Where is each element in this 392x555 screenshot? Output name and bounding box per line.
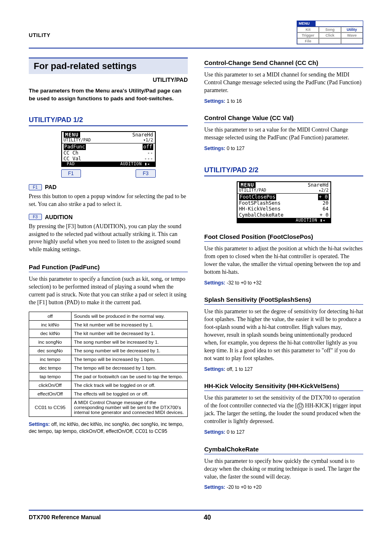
ccch-head: Control-Change Send Channel (CC Ch)	[204, 58, 363, 68]
circled-number-icon: 12	[297, 403, 304, 409]
hhkick-head: HH-Kick Velocity Sensitivity (HH-KickVel…	[204, 381, 363, 391]
f3-key-icon[interactable]: F3	[136, 169, 155, 178]
ccch-settings: Settings: 1 to 16	[204, 98, 363, 105]
padfunc-head: Pad Function (PadFunc)	[29, 262, 188, 272]
manual-name: DTX700 Reference Manual	[29, 514, 101, 521]
menu-cell-click[interactable]: Click	[319, 32, 341, 38]
table-row: inc kitNoThe kit number will be increase…	[29, 320, 188, 329]
page-footer: DTX700 Reference Manual 40	[29, 510, 363, 521]
lcd1-row1-l: CC Ch	[64, 150, 78, 156]
menu-cell-trigger[interactable]: Trigger	[297, 32, 319, 38]
ccval-settings: Settings: 0 to 127	[204, 145, 363, 152]
menu-tab-label: MENU	[297, 21, 316, 26]
subhead-utility-pad-1: UTILITY/PAD 1/2	[29, 114, 188, 126]
padfunc-settings-value: off, inc kitNo, dec kitNo, inc songNo, d…	[29, 421, 184, 434]
lcd2-row0-l: FootClosePos	[239, 194, 277, 200]
padfunc-settings: Settings: off, inc kitNo, dec kitNo, inc…	[29, 421, 188, 435]
ccch-settings-value: 1 to 16	[227, 98, 242, 104]
f1-key-icon[interactable]: F1	[61, 169, 81, 178]
lcd2-row3-r: + 0	[320, 212, 329, 218]
f1-badge: F1	[29, 184, 42, 190]
menu-cell-empty2	[341, 38, 363, 44]
choke-text: Use this parameter to specify how quickl…	[204, 458, 363, 481]
choke-settings: Settings: -20 to +0 to +20	[204, 484, 363, 491]
splash-text: Use this parameter to set the degree of …	[204, 308, 363, 362]
box-heading: For pad-related settings	[29, 58, 188, 74]
settings-label: Settings:	[204, 366, 225, 372]
menu-nav-card: MENU Kit Song Utility Trigger Click Wave…	[297, 21, 363, 44]
lcd1-br: AUDITION ▮◂	[117, 162, 153, 166]
lcd2-row1-r: 20	[323, 200, 328, 206]
lcd-screen-2: MENUSnareHd UTILITY/PAD▴2/2 FootClosePos…	[237, 181, 331, 223]
left-column: For pad-related settings UTILITY/PAD The…	[29, 58, 188, 493]
page-number: 40	[101, 514, 314, 521]
lcd1-page: ▾1/2	[143, 138, 153, 143]
hhkick-text: Use this parameter to set the sensitivit…	[204, 394, 363, 426]
pad-label: PAD	[45, 184, 57, 190]
menu-cell-kit[interactable]: Kit	[297, 27, 319, 32]
intro-text: The parameters from the Menu area's Util…	[29, 87, 188, 103]
lcd1-row0-r: off	[143, 144, 153, 150]
table-row: dec songNoThe song number will be decrea…	[29, 346, 188, 355]
lcd1-row1-r: --	[147, 150, 153, 156]
choke-head: CymbalChokeRate	[204, 444, 363, 454]
splash-settings: Settings: off, 1 to 127	[204, 366, 363, 373]
f3-badge: F3	[29, 214, 42, 220]
lcd1-row2-l: CC Val	[64, 156, 81, 162]
table-row: offSounds will be produced in the normal…	[29, 312, 188, 320]
table-row: dec kitNoThe kit number will be decrease…	[29, 329, 188, 338]
menu-cell-wave[interactable]: Wave	[341, 32, 363, 38]
splash-head: Splash Sensitivity (FootSplashSens)	[204, 294, 363, 305]
foot-settings: Settings: -32 to +0 to +32	[204, 280, 363, 287]
lcd2-row0-r: + 0	[318, 194, 329, 200]
lcd1-topright: SnareHd	[132, 132, 153, 138]
foot-text: Use this parameter to adjust the positio…	[204, 245, 363, 276]
lcd2-br: AUDITION ▮◂	[293, 218, 329, 222]
lcd-screen-1: MENUSnareHd UTILITY/PAD▾1/2 PadFuncoff C…	[61, 131, 156, 167]
padfunc-table: offSounds will be produced in the normal…	[29, 312, 188, 417]
settings-label: Settings:	[204, 280, 225, 286]
table-row: CC01 to CC95A MIDI Control Change messag…	[29, 398, 188, 416]
table-row: inc songNoThe song number will be increa…	[29, 338, 188, 346]
menu-grid: Kit Song Utility Trigger Click Wave File	[297, 26, 363, 44]
ccval-head: Control Change Value (CC Val)	[204, 113, 363, 123]
pad-fkey-heading: F1 PAD	[29, 183, 188, 190]
settings-label: Settings:	[204, 98, 225, 104]
table-row: tap tempoThe pad or footswitch can be us…	[29, 372, 188, 381]
audition-label: AUDITION	[45, 214, 73, 220]
ccval-settings-value: 0 to 127	[227, 146, 244, 151]
table-row: clickOn/OffThe click track will be toggl…	[29, 381, 188, 389]
lcd2-row3-l: CymbalChokeRate	[239, 212, 284, 218]
audition-fkey-heading: F3 AUDITION	[29, 213, 188, 220]
lcd2-row1-l: FootSPlashSens	[239, 200, 281, 206]
settings-label: Settings:	[204, 484, 225, 490]
right-column: Control-Change Send Channel (CC Ch) Use …	[204, 58, 363, 493]
menu-cell-song[interactable]: Song	[319, 27, 341, 32]
lcd1-path: UTILITY/PAD	[64, 138, 91, 143]
lcd2-row2-l: HH-KickVelSens	[239, 206, 281, 212]
subhead-utility-pad-2: UTILITY/PAD 2/2	[204, 164, 363, 176]
table-row: dec tempoThe tempo will be decreased by …	[29, 363, 188, 372]
section-title: UTILITY	[29, 32, 51, 38]
lcd1-tab: MENU	[64, 132, 81, 138]
fkeys-under-lcd1: F1 F3	[61, 169, 156, 178]
settings-label: Settings:	[204, 429, 225, 435]
menu-cell-utility[interactable]: Utility	[341, 27, 363, 32]
foot-head: Foot Closed Position (FootClosePos)	[204, 231, 363, 242]
settings-label: Settings:	[204, 146, 225, 151]
table-row: effectOn/OffThe effects will be toggled …	[29, 389, 188, 398]
hhkick-settings-value: 0 to 127	[227, 429, 244, 435]
padfunc-text: Use this parameter to specify a function…	[29, 275, 188, 307]
lcd1-row2-r: ---	[144, 156, 153, 162]
lcd2-topright: SnareHd	[308, 182, 329, 188]
table-row: inc tempoThe tempo will be increased by …	[29, 355, 188, 363]
ccch-text: Use this parameter to set a MIDI channel…	[204, 71, 363, 95]
audition-text: By pressing the [F3] button (AUDITION), …	[29, 223, 188, 254]
hhkick-settings: Settings: 0 to 127	[204, 429, 363, 436]
lcd2-page: ▴2/2	[318, 188, 328, 193]
menu-cell-file[interactable]: File	[297, 38, 319, 44]
splash-settings-value: off, 1 to 127	[227, 366, 253, 372]
lcd2-tab: MENU	[239, 182, 256, 188]
lcd2-path: UTILITY/PAD	[239, 188, 266, 193]
foot-settings-value: -32 to +0 to +32	[227, 280, 262, 286]
